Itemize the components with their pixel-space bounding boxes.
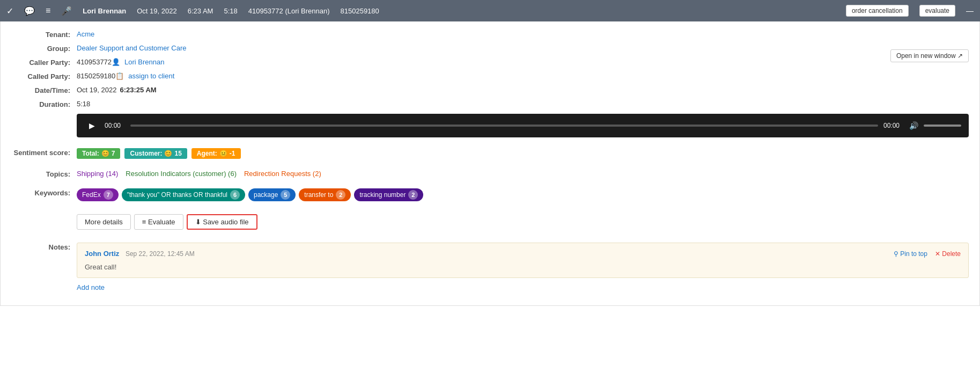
tenant-value[interactable]: Acme [77,30,94,38]
keyword-tracking[interactable]: tracking number 2 [354,188,423,201]
called-party-row: Called Party: 8150259180 📋 assign to cli… [11,72,969,81]
note-text: Great call! [85,263,961,271]
keyword-package[interactable]: package 5 [248,188,296,201]
sentiment-agent-value: -1 [230,150,235,157]
minimize-icon[interactable]: — [966,6,974,15]
datetime-time: 6:23:25 AM [120,86,156,94]
topic-resolution[interactable]: Resolution Indicators (customer) (6) [126,170,237,178]
sentiment-label: Sentiment score: [11,148,70,157]
sentiment-agent-icon: 😐 [219,150,227,157]
datetime-row: Date/Time: Oct 19, 2022 6:23:25 AM [11,86,969,94]
action-buttons: More details ≡ Evaluate ⬇ Save audio fil… [77,214,257,230]
sentiment-agent-label: Agent: [197,150,217,157]
duration-row: Duration: 5:18 [11,100,969,108]
keyword-thankyou-count: 6 [230,190,240,200]
group-row: Group: Dealer Support and Customer Care [11,44,969,53]
pin-to-top-button[interactable]: ⚲ Pin to top [894,250,927,258]
audio-play-button[interactable]: ▶ [84,118,99,133]
main-content: Open in new window ↗ Tenant: Acme Group:… [0,21,980,306]
keyword-fedex-label: FedEx [82,191,101,199]
datetime-label: Date/Time: [11,86,70,94]
group-label: Group: [11,44,70,53]
save-audio-button[interactable]: ⬇ Save audio file [187,214,257,230]
sentiment-total-badge: Total: 😊 7 [77,148,120,159]
add-note-container: Add note [77,283,969,291]
audio-row: ▶ 00:00 00:00 🔊 [11,114,969,143]
chat-icon: 💬 [24,6,35,16]
order-cancellation-button[interactable]: order cancellation [846,5,909,17]
audio-total-time: 00:00 [883,122,904,129]
keyword-transfer-label: transfer to [304,191,333,199]
notes-row: Notes: John Ortiz Sep 22, 2022, 12:45 AM… [11,243,969,291]
keyword-package-count: 5 [281,190,290,200]
notes-container: John Ortiz Sep 22, 2022, 12:45 AM ⚲ Pin … [77,243,969,291]
topic-redirection[interactable]: Redirection Requests (2) [244,170,321,178]
note-author-info: John Ortiz Sep 22, 2022, 12:45 AM [85,250,195,258]
sentiment-customer-icon: 😊 [164,150,172,157]
sentiment-agent-badge: Agent: 😐 -1 [191,148,241,159]
sentiment-total-value: 7 [112,150,115,157]
keyword-transfer[interactable]: transfer to 2 [299,188,351,201]
duration-value: 5:18 [77,100,90,108]
audio-player: ▶ 00:00 00:00 🔊 [77,114,969,137]
note-author: John Ortiz [85,250,119,258]
duration-label: Duration: [11,100,70,108]
topbar-date: Oct 19, 2022 [137,7,176,15]
keywords-row: Keywords: FedEx 7 "thank you" OR thanks … [11,188,969,209]
topbar-time: 6:23 AM [188,7,213,15]
note-header: John Ortiz Sep 22, 2022, 12:45 AM ⚲ Pin … [85,250,961,258]
keywords-list: FedEx 7 "thank you" OR thanks OR thankfu… [77,188,423,201]
sentiment-customer-label: Customer: [130,150,162,157]
note-item: John Ortiz Sep 22, 2022, 12:45 AM ⚲ Pin … [77,243,969,278]
audio-volume-slider[interactable] [924,125,961,127]
evaluate-button[interactable]: ≡ Evaluate [134,214,183,230]
topbar: ✓ 💬 ≡ 🎤 Lori Brennan Oct 19, 2022 6:23 A… [0,0,980,21]
delete-note-button[interactable]: ✕ Delete [935,250,961,258]
topics-list: Shipping (14) Resolution Indicators (cus… [77,170,321,178]
note-date: Sep 22, 2022, 12:45 AM [126,250,195,258]
checkmark-icon: ✓ [6,6,13,16]
audio-current-time: 00:00 [105,122,125,129]
tenant-label: Tenant: [11,30,70,39]
sentiment-row: Sentiment score: Total: 😊 7 Customer: 😊 … [11,148,969,164]
called-party-label: Called Party: [11,72,70,81]
add-note-link[interactable]: Add note [77,283,105,291]
assign-to-client-link[interactable]: assign to client [128,72,174,80]
volume-icon[interactable]: 🔊 [909,121,918,130]
called-party-number: 8150259180 [77,72,115,80]
note-actions: ⚲ Pin to top ✕ Delete [894,250,961,258]
more-details-button[interactable]: More details [77,214,131,230]
keyword-thankyou[interactable]: "thank you" OR thanks OR thankful 6 [122,188,245,201]
app-container: ✓ 💬 ≡ 🎤 Lori Brennan Oct 19, 2022 6:23 A… [0,0,980,306]
datetime-value: Oct 19, 2022 [77,86,116,94]
list-icon: ≡ [46,6,50,16]
topbar-phone: 8150259180 [341,7,379,15]
keyword-package-label: package [254,191,278,199]
caller-party-name[interactable]: Lori Brennan [124,58,164,66]
sentiment-total-label: Total: [82,150,99,157]
topbar-duration: 5:18 [224,7,237,15]
notes-label: Notes: [11,243,70,251]
sentiment-total-icon: 😊 [101,150,109,157]
keyword-thankyou-label: "thank you" OR thanks OR thankful [127,191,227,199]
topic-shipping[interactable]: Shipping (14) [77,170,118,178]
mic-icon: 🎤 [61,6,72,16]
open-new-window-button[interactable]: Open in new window ↗ [890,49,969,62]
caller-party-row: Caller Party: 410953772 👤 Lori Brennan [11,58,969,67]
keyword-tracking-count: 2 [408,190,418,200]
keyword-tracking-label: tracking number [359,191,406,199]
keyword-fedex[interactable]: FedEx 7 [77,188,119,201]
sentiment-customer-badge: Customer: 😊 15 [124,148,187,159]
caller-party-number: 410953772 [77,58,112,66]
person-icon: 👤 [112,58,120,66]
sentiment-customer-value: 15 [174,150,181,157]
keywords-label: Keywords: [11,188,70,197]
topics-label: Topics: [11,170,70,178]
keyword-transfer-count: 2 [336,190,345,200]
evaluate-topbar-button[interactable]: evaluate [919,5,955,17]
audio-progress-bar[interactable] [130,125,878,127]
caller-party-label: Caller Party: [11,58,70,67]
group-value[interactable]: Dealer Support and Customer Care [77,44,187,52]
tenant-row: Tenant: Acme [11,30,969,39]
topbar-call-id: 410953772 (Lori Brennan) [248,7,330,15]
